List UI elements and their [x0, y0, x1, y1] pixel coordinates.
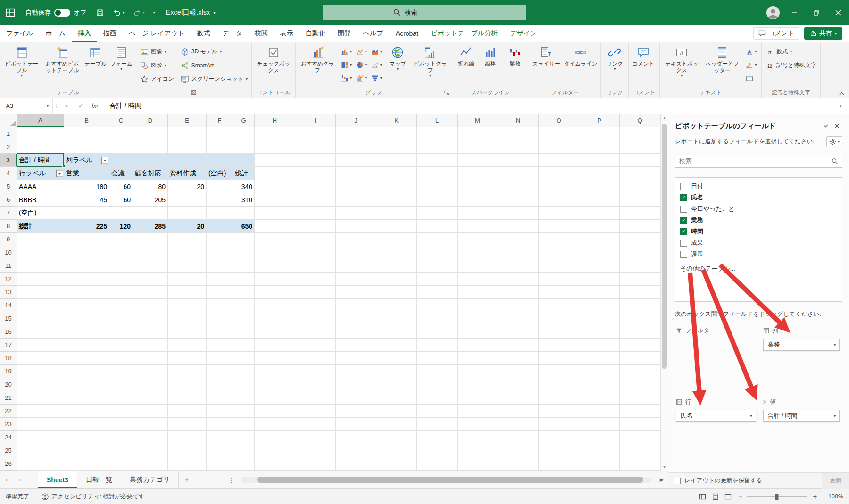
- cell-K19[interactable]: [376, 365, 417, 378]
- cell-Q11[interactable]: [620, 259, 660, 273]
- spark-col-button[interactable]: 縦棒: [478, 43, 503, 67]
- cell-K23[interactable]: [376, 418, 417, 431]
- cell-F18[interactable]: [207, 352, 233, 365]
- cell-G10[interactable]: [233, 246, 255, 259]
- cell-H9[interactable]: [255, 233, 295, 246]
- cell-C8[interactable]: 120: [109, 220, 133, 233]
- cell-E19[interactable]: [168, 365, 207, 378]
- cell-I11[interactable]: [295, 259, 336, 273]
- field-item-1[interactable]: ✓氏名: [675, 192, 842, 203]
- cell-H2[interactable]: [255, 140, 295, 154]
- symbol-button[interactable]: Ω記号と特殊文字: [763, 58, 818, 72]
- defer-layout-checkbox[interactable]: [674, 478, 681, 484]
- cell-I26[interactable]: [295, 457, 336, 471]
- cell-F22[interactable]: [207, 405, 233, 418]
- cell-H10[interactable]: [255, 246, 295, 259]
- scroll-down-arrow-icon[interactable]: ▼: [663, 463, 666, 471]
- cell-Q2[interactable]: [620, 140, 660, 154]
- field-checkbox[interactable]: [680, 240, 687, 247]
- cell-H6[interactable]: [255, 193, 295, 207]
- cell-F25[interactable]: [207, 444, 233, 457]
- cell-L3[interactable]: [417, 154, 458, 167]
- cell-L17[interactable]: [417, 339, 458, 352]
- pane-tools-button[interactable]: ▾: [826, 136, 842, 147]
- cell-I17[interactable]: [295, 339, 336, 352]
- cell-F4[interactable]: (空白): [207, 167, 233, 180]
- select-all-corner[interactable]: [0, 114, 17, 127]
- normal-view-icon[interactable]: [699, 493, 706, 500]
- cell-D10[interactable]: [133, 246, 168, 259]
- column-header-K[interactable]: K: [376, 114, 417, 127]
- ribbon-tab-5[interactable]: 数式: [191, 25, 216, 42]
- ribbon-tab-6[interactable]: データ: [216, 25, 249, 42]
- cell-G25[interactable]: [233, 444, 255, 457]
- cell-K18[interactable]: [376, 352, 417, 365]
- cell-O9[interactable]: [539, 233, 579, 246]
- column-header-H[interactable]: H: [255, 114, 295, 127]
- cell-Q14[interactable]: [620, 299, 660, 312]
- cell-J12[interactable]: [336, 273, 376, 286]
- row-header-12[interactable]: 12: [0, 273, 17, 286]
- cell-K20[interactable]: [376, 378, 417, 391]
- cell-G7[interactable]: [233, 207, 255, 220]
- field-search-box[interactable]: 検索: [675, 155, 842, 168]
- cell-G1[interactable]: [233, 127, 255, 140]
- cell-A18[interactable]: [17, 352, 64, 365]
- cell-Q5[interactable]: [620, 180, 660, 193]
- column-header-L[interactable]: L: [417, 114, 458, 127]
- cell-D2[interactable]: [133, 140, 168, 154]
- row-header-16[interactable]: 16: [0, 325, 17, 339]
- cell-P24[interactable]: [579, 431, 620, 444]
- cell-C25[interactable]: [109, 444, 133, 457]
- cell-C26[interactable]: [109, 457, 133, 471]
- cell-O16[interactable]: [539, 325, 579, 339]
- cell-K10[interactable]: [376, 246, 417, 259]
- cell-I8[interactable]: [295, 220, 336, 233]
- cell-K11[interactable]: [376, 259, 417, 273]
- cell-K15[interactable]: [376, 312, 417, 325]
- cell-F13[interactable]: [207, 286, 233, 299]
- row-header-21[interactable]: 21: [0, 391, 17, 405]
- cell-I25[interactable]: [295, 444, 336, 457]
- chart-funnel-button[interactable]: ▾: [370, 72, 383, 85]
- cell-O18[interactable]: [539, 352, 579, 365]
- cell-L19[interactable]: [417, 365, 458, 378]
- cell-J15[interactable]: [336, 312, 376, 325]
- cell-M19[interactable]: [458, 365, 498, 378]
- cell-O26[interactable]: [539, 457, 579, 471]
- cell-H16[interactable]: [255, 325, 295, 339]
- cell-F21[interactable]: [207, 391, 233, 405]
- cell-D9[interactable]: [133, 233, 168, 246]
- object-button[interactable]: [744, 72, 758, 85]
- cell-E13[interactable]: [168, 286, 207, 299]
- cell-F5[interactable]: [207, 180, 233, 193]
- cell-P1[interactable]: [579, 127, 620, 140]
- cell-C19[interactable]: [109, 365, 133, 378]
- cell-D20[interactable]: [133, 378, 168, 391]
- cell-E24[interactable]: [168, 431, 207, 444]
- cell-G17[interactable]: [233, 339, 255, 352]
- cell-J24[interactable]: [336, 431, 376, 444]
- cell-A8[interactable]: 総計: [17, 220, 64, 233]
- row-header-7[interactable]: 7: [0, 207, 17, 220]
- cell-B20[interactable]: [64, 378, 109, 391]
- cell-A13[interactable]: [17, 286, 64, 299]
- cell-C18[interactable]: [109, 352, 133, 365]
- cell-A11[interactable]: [17, 259, 64, 273]
- chart-combo-button[interactable]: ▾: [355, 72, 368, 85]
- cell-D3[interactable]: [133, 154, 168, 167]
- column-header-G[interactable]: G: [233, 114, 255, 127]
- cell-M21[interactable]: [458, 391, 498, 405]
- cell-L24[interactable]: [417, 431, 458, 444]
- cell-P18[interactable]: [579, 352, 620, 365]
- cell-K8[interactable]: [376, 220, 417, 233]
- row-header-5[interactable]: 5: [0, 180, 17, 193]
- pivot-filter-dropdown-icon[interactable]: ▼: [101, 157, 108, 164]
- cell-M9[interactable]: [458, 233, 498, 246]
- cell-E5[interactable]: 20: [168, 180, 207, 193]
- scroll-up-arrow-icon[interactable]: ▲: [663, 114, 666, 122]
- cell-J3[interactable]: [336, 154, 376, 167]
- cell-J16[interactable]: [336, 325, 376, 339]
- cell-F23[interactable]: [207, 418, 233, 431]
- zoom-out-button[interactable]: −: [738, 493, 742, 501]
